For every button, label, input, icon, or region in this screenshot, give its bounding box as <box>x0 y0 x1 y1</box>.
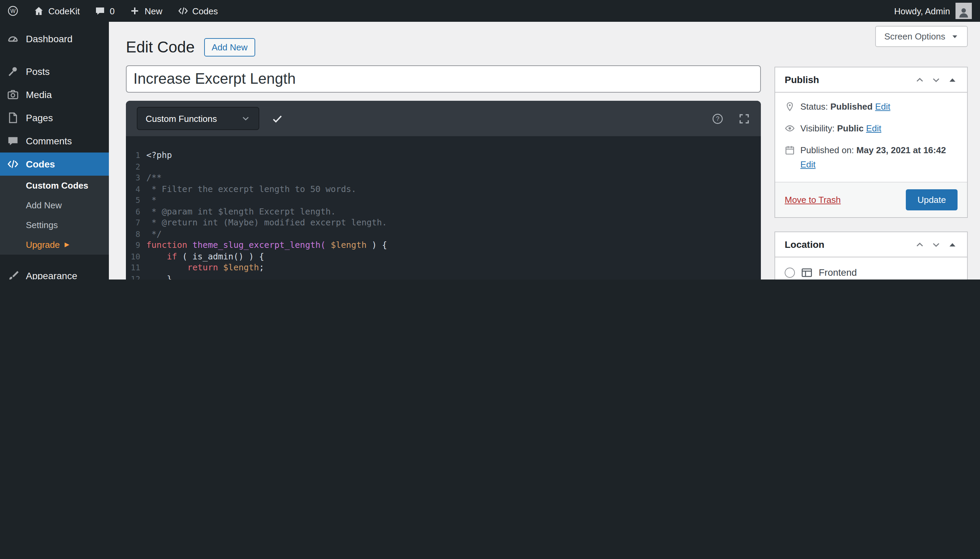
status-pin-icon <box>785 101 795 112</box>
snippet-type-value: Custom Functions <box>146 113 217 124</box>
codes-shortcut[interactable]: Codes <box>170 0 225 22</box>
sidebar-item-label: Codes <box>26 159 55 170</box>
sidebar-item-label: Settings <box>26 220 58 230</box>
code-text: /** <box>146 172 761 184</box>
comments-shortcut[interactable]: 0 <box>87 0 122 22</box>
location-option-frontend[interactable]: Frontend <box>785 266 957 279</box>
sidebar-item-add-new[interactable]: Add New <box>0 195 109 215</box>
code-text: * @return int (Maybe) modified excerpt l… <box>146 217 761 228</box>
editor-toolbar: Custom Functions ? <box>126 101 761 136</box>
sidebar-item-posts[interactable]: Posts <box>0 60 109 83</box>
sidebar-menu: DashboardPostsMediaPagesCommentsCodesCus… <box>0 27 109 280</box>
code-line-5[interactable]: 5 * <box>126 195 761 206</box>
screen-options-button[interactable]: Screen Options <box>876 26 968 47</box>
move-to-trash-link[interactable]: Move to Trash <box>785 195 841 205</box>
side-column: Publish Status: Published Edit <box>774 67 968 280</box>
code-area[interactable]: 1<?php23/**4 * Filter the excerpt length… <box>126 136 761 280</box>
code-text: } <box>146 273 761 280</box>
line-number: 5 <box>126 195 146 206</box>
collapse-toggle-icon[interactable] <box>947 239 957 250</box>
sidebar-item-comments[interactable]: Comments <box>0 129 109 152</box>
sidebar-item-pages[interactable]: Pages <box>0 106 109 129</box>
sidebar-item-label: Dashboard <box>26 33 73 44</box>
sidebar-item-upgrade[interactable]: Upgrade▶ <box>0 235 109 255</box>
published-value: May 23, 2021 at 16:42 <box>856 145 946 155</box>
calendar-icon <box>785 145 795 155</box>
snippet-title-input[interactable] <box>126 65 761 93</box>
code-editor-panel: Custom Functions ? 1<?php23/**4 * Filter… <box>126 101 761 280</box>
plus-icon <box>130 5 140 17</box>
line-number: 3 <box>126 172 146 184</box>
howdy-menu[interactable]: Howdy, Admin <box>894 6 950 16</box>
edit-visibility-link[interactable]: Edit <box>866 123 881 134</box>
sidebar-item-label: Upgrade <box>26 240 60 250</box>
sidebar-item-label: Pages <box>26 112 53 123</box>
sidebar-item-label: Posts <box>26 66 49 77</box>
sidebar-item-codes[interactable]: Codes <box>0 152 109 176</box>
code-line-3[interactable]: 3/** <box>126 172 761 184</box>
code-line-7[interactable]: 7 * @return int (Maybe) modified excerpt… <box>126 217 761 228</box>
code-text: <?php <box>146 150 761 161</box>
published-on-row: Published on: May 23, 2021 at 16:42 Edit <box>785 144 957 171</box>
publish-title: Publish <box>785 74 819 85</box>
add-new-button[interactable]: Add New <box>204 38 255 56</box>
code-line-8[interactable]: 8 */ <box>126 228 761 240</box>
line-number: 2 <box>126 161 146 172</box>
sidebar-item-appearance[interactable]: Appearance <box>0 264 109 280</box>
comment-bubble-icon <box>95 5 106 17</box>
move-down-icon[interactable] <box>931 239 941 250</box>
frontend-icon <box>801 266 813 278</box>
visibility-label: Visibility: <box>800 123 835 134</box>
code-line-4[interactable]: 4 * Filter the excerpt length to 50 word… <box>126 184 761 195</box>
site-name: CodeKit <box>48 6 80 16</box>
code-text <box>146 161 761 172</box>
status-label: Status: <box>800 101 828 112</box>
code-line-11[interactable]: 11 return $length; <box>126 262 761 273</box>
collapse-toggle-icon[interactable] <box>947 74 957 85</box>
code-line-12[interactable]: 12 } <box>126 273 761 280</box>
sidebar-item-media[interactable]: Media <box>0 83 109 106</box>
line-number: 1 <box>126 150 146 161</box>
move-up-icon[interactable] <box>915 239 925 250</box>
admin-sidebar: DashboardPostsMediaPagesCommentsCodesCus… <box>0 22 109 280</box>
help-icon[interactable]: ? <box>712 113 723 124</box>
fullscreen-icon[interactable] <box>738 113 750 124</box>
code-line-10[interactable]: 10 if ( is_admin() ) { <box>126 251 761 262</box>
avatar[interactable] <box>955 3 972 19</box>
sidebar-item-label: Appearance <box>26 270 77 280</box>
line-number: 12 <box>126 273 146 280</box>
caret-down-icon <box>951 32 959 41</box>
code-line-9[interactable]: 9function theme_slug_excerpt_length( $le… <box>126 240 761 251</box>
code-line-1[interactable]: 1<?php <box>126 150 761 161</box>
line-number: 10 <box>126 251 146 262</box>
menu-separator <box>0 50 109 60</box>
snippet-type-select[interactable]: Custom Functions <box>137 107 259 130</box>
edit-status-link[interactable]: Edit <box>875 101 891 112</box>
main-content: Screen Options Edit Code Add New Custom … <box>109 22 980 280</box>
code-line-2[interactable]: 2 <box>126 161 761 172</box>
code-line-6[interactable]: 6 * @param int $length Excerpt length. <box>126 206 761 217</box>
wp-logo-menu[interactable]: W <box>0 0 26 22</box>
move-down-icon[interactable] <box>931 74 941 85</box>
code-text: * @param int $length Excerpt length. <box>146 206 761 217</box>
site-name-menu[interactable]: CodeKit <box>26 0 87 22</box>
location-list: FrontendPages(PRO)Posts(PRO)Post Types(P… <box>785 266 957 280</box>
codes-icon <box>177 5 188 17</box>
update-button[interactable]: Update <box>906 189 957 210</box>
sidebar-item-settings[interactable]: Settings <box>0 215 109 235</box>
edit-published-link[interactable]: Edit <box>800 159 946 171</box>
chevron-down-icon <box>241 114 251 123</box>
page-title: Edit Code <box>126 37 195 57</box>
sidebar-item-dashboard[interactable]: Dashboard <box>0 27 109 50</box>
location-option-label: Frontend <box>819 267 857 278</box>
codes-label: Codes <box>192 6 218 16</box>
radio-button[interactable] <box>785 267 795 278</box>
new-content-menu[interactable]: New <box>122 0 170 22</box>
code-text: function theme_slug_excerpt_length( $len… <box>146 240 761 251</box>
svg-text:?: ? <box>716 115 719 122</box>
sidebar-item-custom-codes[interactable]: Custom Codes <box>0 176 109 195</box>
new-label: New <box>145 6 162 16</box>
code-text: return $length; <box>146 262 761 273</box>
publish-box: Publish Status: Published Edit <box>774 67 968 218</box>
move-up-icon[interactable] <box>915 74 925 85</box>
